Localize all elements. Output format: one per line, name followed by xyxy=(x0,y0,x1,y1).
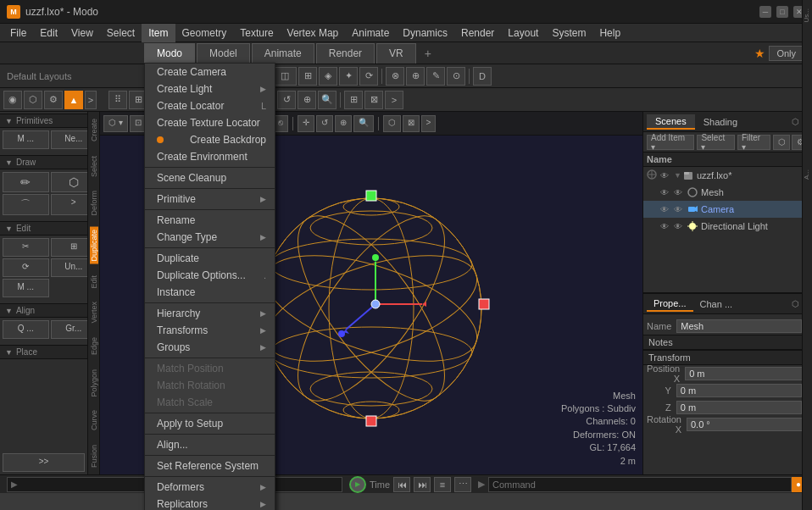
fusion-side-label[interactable]: Fusion xyxy=(90,442,98,470)
tab-scenes[interactable]: Scenes xyxy=(647,114,695,130)
menu-view[interactable]: View xyxy=(64,24,100,42)
menu-texture[interactable]: Texture xyxy=(233,24,280,42)
sb-tool-expand[interactable]: > xyxy=(85,91,97,109)
toolbar-btn-8[interactable]: ⊕ xyxy=(406,67,425,86)
vt-btn-extra[interactable]: 🔍 xyxy=(353,115,374,132)
tab-properties[interactable]: Prope... xyxy=(647,297,693,312)
command-input[interactable] xyxy=(488,477,792,492)
menu-file[interactable]: File xyxy=(3,24,33,42)
position-z-input[interactable] xyxy=(676,401,802,414)
cm-create-texture-locator[interactable]: Create Texture Locator xyxy=(145,114,275,131)
cm-change-type[interactable]: Change Type xyxy=(145,229,275,246)
sidebar-edit-btn3[interactable]: ⟳ xyxy=(3,258,49,277)
cm-rename[interactable]: Rename xyxy=(145,212,275,229)
sidebar-primitives-header[interactable]: ▼ Primitives xyxy=(0,114,99,128)
vp-tool-search[interactable]: 🔍 xyxy=(318,91,336,109)
cm-create-backdrop[interactable]: Create Backdrop xyxy=(145,131,275,148)
cm-transforms[interactable]: Transforms xyxy=(145,322,275,339)
menu-render[interactable]: Render xyxy=(454,24,501,42)
sidebar-place-header[interactable]: ▼ Place xyxy=(0,345,99,359)
vt-btn-extra3[interactable]: ⊠ xyxy=(403,115,420,132)
props-expand-icon[interactable]: ⬡ xyxy=(792,299,799,308)
tab-render[interactable]: Render xyxy=(316,43,375,64)
only-button[interactable]: Only xyxy=(769,46,804,61)
time-btn3[interactable]: ≡ xyxy=(434,477,451,492)
name-input[interactable] xyxy=(676,319,802,333)
time-btn2[interactable]: ⏭ xyxy=(414,477,431,492)
sidebar-align-header[interactable]: ▼ Align xyxy=(0,303,99,318)
sb-tool-2[interactable]: ⬡ xyxy=(24,91,42,109)
expand-sidebar-button[interactable]: >> xyxy=(3,453,85,472)
time-play-button[interactable]: ▶ xyxy=(349,476,366,493)
minimize-button[interactable]: ─ xyxy=(759,6,771,18)
scene-item-camera[interactable]: 👁 👁 Camera xyxy=(643,201,812,218)
toolbar-btn-4[interactable]: ◈ xyxy=(319,67,337,86)
deform-side-label[interactable]: Deform xyxy=(90,188,98,219)
vt-btn-arrows[interactable]: ✛ xyxy=(298,115,314,132)
curve-side-label[interactable]: Curve xyxy=(90,407,98,433)
menu-animate[interactable]: Animate xyxy=(345,24,396,42)
tab-add-button[interactable]: + xyxy=(418,44,438,63)
cm-hierarchy[interactable]: Hierarchy xyxy=(145,305,275,322)
tab-vr[interactable]: VR xyxy=(376,43,416,64)
scenes-expand-icon[interactable]: ⬡ xyxy=(792,117,799,126)
toolbar-btn-10[interactable]: ⊙ xyxy=(447,67,465,86)
sidebar-draw-btn3[interactable]: ⌒ xyxy=(3,194,49,215)
sb-tool-3[interactable]: ⚙ xyxy=(44,91,63,109)
vt-btn-rotate[interactable]: ↺ xyxy=(316,115,333,132)
vp-tool-zoom[interactable]: ⊕ xyxy=(298,91,316,109)
select-button[interactable]: Select ▾ xyxy=(697,135,735,150)
cm-primitive[interactable]: Primitive xyxy=(145,191,275,208)
menu-help[interactable]: Help xyxy=(592,24,627,42)
vp-tool-dots[interactable]: ⠿ xyxy=(108,91,127,109)
edge-side-label[interactable]: Edge xyxy=(90,335,98,358)
sidebar-btn-m[interactable]: M ... xyxy=(3,130,49,149)
add-item-button[interactable]: Add Item ▾ xyxy=(647,135,694,150)
scene-item-light[interactable]: 👁 👁 Directional Light xyxy=(643,218,812,235)
sb-tool-4[interactable]: ▲ xyxy=(64,91,83,109)
tab-channels[interactable]: Chan ... xyxy=(693,297,740,311)
menu-edit[interactable]: Edit xyxy=(33,24,64,42)
cm-align[interactable]: Align... xyxy=(145,436,275,453)
sidebar-align-btn1[interactable]: Q ... xyxy=(3,320,49,339)
cm-create-locator[interactable]: Create Locator L xyxy=(145,97,275,114)
time-btn1[interactable]: ⏮ xyxy=(393,477,410,492)
scene-item-mesh[interactable]: 👁 👁 Mesh xyxy=(643,184,812,201)
scenes-toolbar-icon1[interactable]: ⬡ xyxy=(773,135,790,150)
vt-btn-1[interactable]: ⬡ ▾ xyxy=(103,115,128,132)
filter-button[interactable]: Filter ▾ xyxy=(737,135,770,150)
sidebar-draw-header[interactable]: ▼ Draw xyxy=(0,155,99,169)
sidebar-edit-header[interactable]: ▼ Edit xyxy=(0,221,99,236)
cm-instance[interactable]: Instance xyxy=(145,284,275,301)
scene-item-file[interactable]: 👁 ▼ uzzf.lxo* xyxy=(643,167,812,184)
sidebar-draw-btn1[interactable]: ✏ xyxy=(3,172,49,192)
cm-apply-to-setup[interactable]: Apply to Setup xyxy=(145,415,275,432)
menu-geometry[interactable]: Geometry xyxy=(175,24,234,42)
polygon-side-label[interactable]: Polygon xyxy=(90,367,98,400)
toolbar-btn-2[interactable]: ◫ xyxy=(273,67,297,86)
sb-tool-1[interactable]: ◉ xyxy=(3,91,22,109)
position-y-input[interactable] xyxy=(676,384,802,397)
edit-side-label[interactable]: Edit xyxy=(90,273,98,291)
cm-groups[interactable]: Groups xyxy=(145,339,275,356)
menu-dynamics[interactable]: Dynamics xyxy=(396,24,454,42)
vp-tool-extra1[interactable]: ⊞ xyxy=(344,91,363,109)
select-side-label[interactable]: Select xyxy=(90,153,98,180)
cm-scene-cleanup[interactable]: Scene Cleanup xyxy=(145,169,275,186)
toolbar-btn-7[interactable]: ⊗ xyxy=(386,67,404,86)
cm-set-reference-system[interactable]: Set Reference System xyxy=(145,457,275,474)
toolbar-btn-5[interactable]: ✦ xyxy=(339,67,358,86)
position-x-input[interactable] xyxy=(685,367,810,380)
tab-shading[interactable]: Shading xyxy=(695,115,746,129)
toolbar-btn-3[interactable]: ⊞ xyxy=(298,67,317,86)
menu-system[interactable]: System xyxy=(545,24,592,42)
vertex-side-label[interactable]: Vertex xyxy=(90,299,98,326)
rotation-x-input[interactable] xyxy=(687,418,812,431)
sidebar-edit-btn1[interactable]: ✂ xyxy=(3,238,49,257)
sidebar-edit-btn5[interactable]: M ... xyxy=(3,279,49,297)
vp-tool-more[interactable]: > xyxy=(385,91,403,109)
vt-btn-extra2[interactable]: ⬡ xyxy=(383,115,401,132)
vt-btn-more[interactable]: > xyxy=(421,115,437,132)
toolbar-btn-11[interactable]: D xyxy=(473,67,492,86)
tab-model[interactable]: Model xyxy=(197,43,250,64)
